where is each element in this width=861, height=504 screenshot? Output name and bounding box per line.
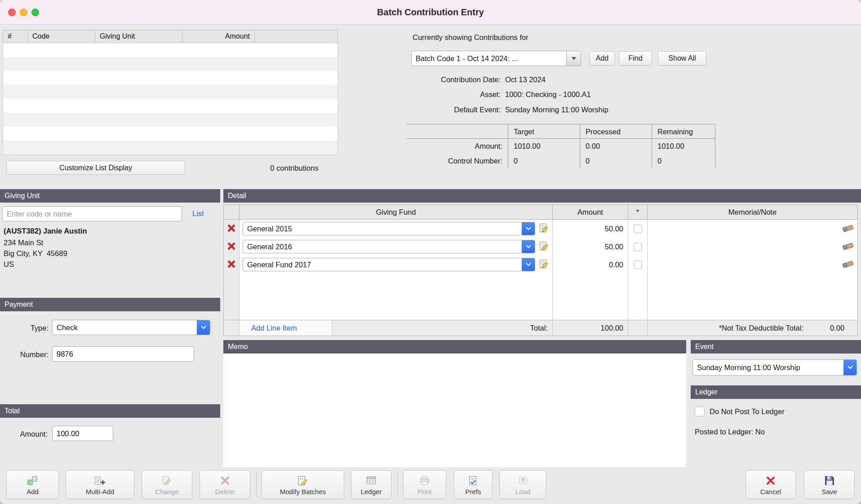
- giving-unit-name: (AUST382) Janie Austin: [4, 227, 87, 235]
- delete-x-icon: [226, 223, 236, 234]
- column-header-amount[interactable]: Amount: [183, 30, 255, 43]
- toolbar-load-button[interactable]: Load: [499, 470, 546, 499]
- multi-add-icon: [94, 474, 107, 487]
- contribution-count: 0 contributions: [245, 164, 344, 172]
- save-button[interactable]: Save: [804, 470, 855, 499]
- column-header-filler: [255, 30, 337, 43]
- toolbar-change-button[interactable]: Change: [142, 470, 192, 499]
- summary-col-processed: Processed: [580, 124, 652, 139]
- total-amount-label: Amount:: [4, 430, 48, 438]
- payment-type-label: Type:: [9, 324, 49, 332]
- summary-control-target: 0: [508, 154, 580, 168]
- memorial-note-field[interactable]: [648, 256, 857, 274]
- toolbar-print-button[interactable]: Print: [403, 470, 446, 499]
- detail-col-not-tax-deductible: *: [628, 205, 648, 219]
- chevron-down-icon: [843, 360, 857, 375]
- batch-summary-table: Target Processed Remaining Amount: 1010.…: [407, 124, 715, 168]
- list-row: [3, 85, 337, 99]
- detail-empty-area: [224, 274, 857, 320]
- giving-unit-address-line: 234 Main St: [4, 239, 43, 247]
- column-header-number[interactable]: #: [3, 30, 28, 43]
- list-row: [3, 99, 337, 113]
- contribution-date-label: Contribution Date:: [413, 75, 501, 84]
- giving-unit-section-header: Giving Unit: [0, 189, 220, 203]
- total-amount-input[interactable]: [52, 426, 113, 441]
- detail-col-amount: Amount: [553, 205, 628, 219]
- toolbar-delete-button[interactable]: Delete: [200, 470, 250, 499]
- batch-add-button[interactable]: Add: [590, 51, 615, 66]
- giving-unit-search-input[interactable]: [2, 206, 182, 221]
- batch-select[interactable]: Batch Code 1 - Oct 14 2024: ...: [411, 51, 581, 66]
- not-tax-deductible-checkbox[interactable]: [634, 261, 642, 269]
- summary-amount-processed: 0.00: [580, 139, 652, 154]
- chevron-down-icon: [522, 222, 535, 235]
- detail-table-body: General 2015 50.00: [223, 220, 858, 320]
- toolbar-separator: [397, 472, 398, 498]
- memo-textarea[interactable]: [223, 354, 686, 467]
- toolbar-add-button[interactable]: Add: [6, 470, 59, 499]
- toolbar-separator: [256, 472, 257, 498]
- batch-find-button[interactable]: Find: [619, 51, 652, 66]
- fund-select[interactable]: General 2016: [243, 240, 535, 253]
- customize-list-display-button[interactable]: Customize List Display: [6, 161, 185, 175]
- detail-total-row: Add Line Item Total: 100.00 *Not Tax Ded…: [223, 320, 858, 336]
- fund-edit-button[interactable]: [538, 241, 549, 253]
- payment-number-input[interactable]: [52, 346, 194, 362]
- note-edit-icon: [538, 259, 549, 271]
- toolbar-multi-add-button[interactable]: Multi-Add: [66, 470, 134, 499]
- payment-type-select[interactable]: Check: [52, 320, 210, 335]
- detail-section-header: Detail: [223, 189, 861, 203]
- column-header-code[interactable]: Code: [28, 30, 95, 43]
- toolbar-prefs-button[interactable]: Prefs: [454, 470, 493, 499]
- memo-section-header: Memo: [223, 340, 686, 354]
- contribution-list-body[interactable]: [3, 43, 338, 155]
- contribution-date-value: Oct 13 2024: [505, 75, 546, 84]
- add-icon: [27, 474, 39, 487]
- fund-edit-button[interactable]: [538, 223, 549, 235]
- column-header-giving-unit[interactable]: Giving Unit: [95, 30, 183, 43]
- event-select-value: Sunday Morning 11:00 Worship: [693, 363, 843, 372]
- memorial-lookup-button[interactable]: [842, 242, 854, 252]
- window-title: Batch Contribution Entry: [0, 0, 861, 25]
- add-line-item-cell: Add Line Item: [240, 320, 332, 336]
- memorial-note-field[interactable]: [648, 220, 857, 238]
- row-delete-button[interactable]: [226, 223, 236, 234]
- delete-icon: [220, 474, 231, 487]
- giving-unit-address-line: US: [4, 260, 14, 269]
- giving-unit-list-link[interactable]: List: [192, 209, 204, 218]
- row-delete-button[interactable]: [226, 259, 236, 270]
- summary-control-label: Control Number:: [407, 154, 508, 168]
- giving-unit-address-line: Big City, KY 45689: [4, 249, 67, 258]
- cancel-button[interactable]: Cancel: [746, 470, 796, 499]
- list-row: [3, 127, 337, 141]
- detail-total-delete-col: [224, 320, 240, 336]
- asset-label: Asset:: [413, 90, 501, 99]
- memorial-lookup-button[interactable]: [842, 260, 854, 270]
- not-tax-deductible-checkbox[interactable]: [634, 243, 642, 251]
- not-tax-deductible-checkbox[interactable]: [634, 225, 642, 233]
- eraser-icon: [842, 242, 854, 252]
- note-edit-icon: [538, 241, 549, 253]
- toolbar-modify-batches-button[interactable]: Modify Batches: [262, 470, 344, 499]
- detail-table-header: Giving Fund Amount * Memorial/Note: [223, 204, 858, 220]
- ntd-total-label: *Not Tax Deductible Total:: [719, 324, 803, 332]
- line-amount-field[interactable]: 50.00: [553, 238, 628, 256]
- batch-show-all-button[interactable]: Show All: [658, 51, 706, 66]
- event-select[interactable]: Sunday Morning 11:00 Worship: [692, 359, 857, 376]
- line-amount-field[interactable]: 0.00: [553, 256, 628, 274]
- detail-total-star-col: [628, 320, 648, 336]
- memorial-note-field[interactable]: [648, 238, 857, 256]
- add-line-item-link[interactable]: Add Line Item: [240, 324, 297, 332]
- default-event-row: Default Event: Sunday Morning 11:00 Wors…: [413, 106, 736, 114]
- summary-col-remaining: Remaining: [652, 124, 715, 139]
- note-edit-icon: [538, 223, 549, 235]
- toolbar-ledger-button[interactable]: Ledger: [351, 470, 391, 499]
- memorial-lookup-button[interactable]: [842, 224, 854, 234]
- do-not-post-checkbox[interactable]: [695, 407, 705, 416]
- fund-select[interactable]: General 2015: [243, 222, 535, 235]
- row-delete-button[interactable]: [226, 241, 236, 252]
- summary-control-remaining: 0: [652, 154, 715, 168]
- fund-select[interactable]: General Fund 2017: [243, 258, 535, 271]
- fund-edit-button[interactable]: [538, 259, 549, 271]
- line-amount-field[interactable]: 50.00: [553, 220, 628, 238]
